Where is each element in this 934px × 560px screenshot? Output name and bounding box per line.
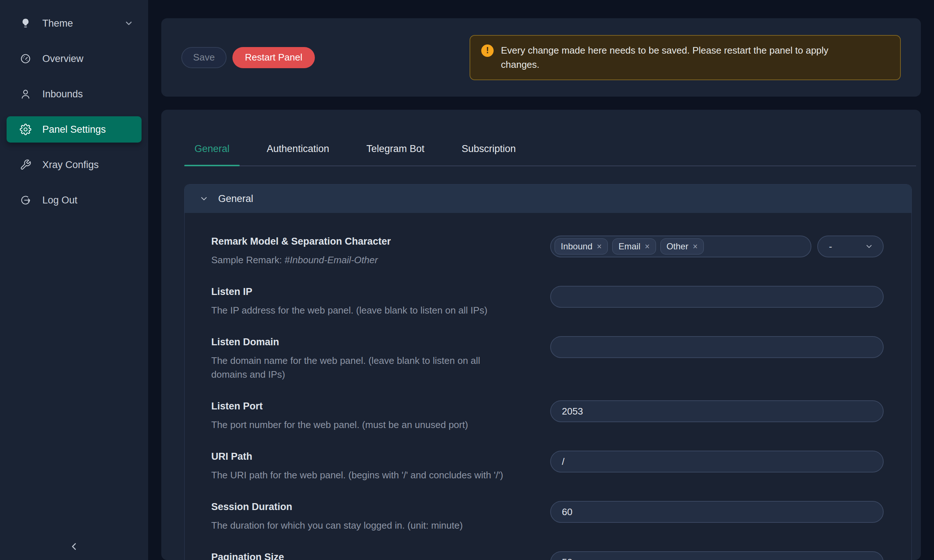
form-row-session-duration: Session Duration The duration for which … [211,501,884,532]
sidebar-item-logout[interactable]: Log Out [6,187,142,213]
field-description: The domain name for the web panel. (leav… [211,354,536,382]
field-label: Listen Domain [211,336,536,348]
save-button[interactable]: Save [181,47,227,68]
tag-other: Other × [660,238,704,254]
theme-selector[interactable]: Theme [6,10,142,37]
wrench-icon [20,159,31,171]
chevron-down-icon [124,18,134,28]
sample-remark-prefix: Sample Remark: [211,254,285,265]
chevron-down-icon [865,242,874,251]
tag-label: Email [618,242,640,252]
sidebar-item-label: Log Out [42,195,77,206]
logout-icon [20,194,31,206]
tab-general[interactable]: General [184,143,240,166]
field-description: The port number for the web panel. (must… [211,418,536,432]
form-row-listen-port: Listen Port The port number for the web … [211,400,884,432]
restart-panel-button[interactable]: Restart Panel [233,47,315,68]
listen-ip-input[interactable] [550,286,884,308]
sidebar-item-label: Panel Settings [42,124,106,135]
separator-select[interactable]: - [817,235,884,257]
gauge-icon [20,53,31,65]
field-label: Pagination Size [211,551,536,560]
sidebar-item-overview[interactable]: Overview [6,46,142,72]
sidebar-item-xray-configs[interactable]: Xray Configs [6,152,142,178]
panel-settings-card: General Authentication Telegram Bot Subs… [161,110,921,560]
form-row-uri-path: URI Path The URI path for the web panel.… [211,451,884,482]
pagination-size-input[interactable] [550,551,884,560]
sidebar-item-inbounds[interactable]: Inbounds [6,81,142,107]
chevron-left-icon [68,540,80,553]
field-label: Remark Model & Separation Character [211,235,536,247]
remark-model-tags-input[interactable]: Inbound × Email × Other × [550,235,811,257]
form-row-pagination-size: Pagination Size [211,551,884,560]
remove-tag-icon[interactable]: × [597,242,602,251]
sidebar-item-label: Inbounds [42,89,83,100]
form-row-listen-domain: Listen Domain The domain name for the we… [211,336,884,382]
sidebar-collapse-button[interactable] [0,537,148,556]
field-label: Session Duration [211,501,536,512]
field-description: The duration for which you can stay logg… [211,518,536,532]
sidebar: Theme Overview Inbounds [0,0,148,560]
sidebar-item-panel-settings[interactable]: Panel Settings [6,116,142,143]
sidebar-item-label: Overview [42,53,83,65]
general-section-body: Remark Model & Separation Character Samp… [185,213,911,560]
tab-authentication[interactable]: Authentication [256,143,339,166]
action-buttons: Save Restart Panel [181,47,315,68]
uri-path-input[interactable] [550,451,884,472]
remove-tag-icon[interactable]: × [645,242,649,251]
tab-telegram-bot[interactable]: Telegram Bot [356,143,435,166]
section-title: General [218,193,253,205]
form-row-remark-model: Remark Model & Separation Character Samp… [211,235,884,267]
listen-port-input[interactable] [550,400,884,422]
alert-message: Every change made here needs to be saved… [501,43,869,72]
general-section: General Remark Model & Separation Charac… [184,184,912,560]
field-label: Listen Port [211,400,536,412]
form-row-listen-ip: Listen IP The IP address for the web pan… [211,286,884,317]
gear-icon [20,124,31,135]
theme-label: Theme [42,18,73,29]
user-icon [20,88,31,100]
tag-inbound: Inbound × [555,238,608,254]
sidebar-item-label: Xray Configs [42,159,99,171]
general-section-header[interactable]: General [185,185,911,213]
warning-icon: ! [481,45,494,57]
separator-value: - [829,241,832,252]
settings-tabs: General Authentication Telegram Bot Subs… [184,143,916,166]
field-description: The IP address for the web panel. (leave… [211,303,536,317]
chevron-down-icon [199,194,209,203]
field-label: Listen IP [211,286,536,297]
tag-label: Inbound [561,242,592,252]
listen-domain-input[interactable] [550,336,884,358]
field-label: URI Path [211,451,536,462]
sample-remark-value: #Inbound-Email-Other [285,254,378,265]
action-bar: Save Restart Panel ! Every change made h… [161,18,921,97]
bulb-icon [20,17,31,29]
remove-tag-icon[interactable]: × [693,242,698,251]
tag-email: Email × [612,238,656,254]
field-description: The URI path for the web panel. (begins … [211,468,536,482]
field-description: Sample Remark: #Inbound-Email-Other [211,253,536,267]
restart-warning-alert: ! Every change made here needs to be sav… [470,35,901,80]
tab-subscription[interactable]: Subscription [451,143,526,166]
main-content: Save Restart Panel ! Every change made h… [148,0,934,560]
session-duration-input[interactable] [550,501,884,523]
tag-label: Other [667,242,689,252]
